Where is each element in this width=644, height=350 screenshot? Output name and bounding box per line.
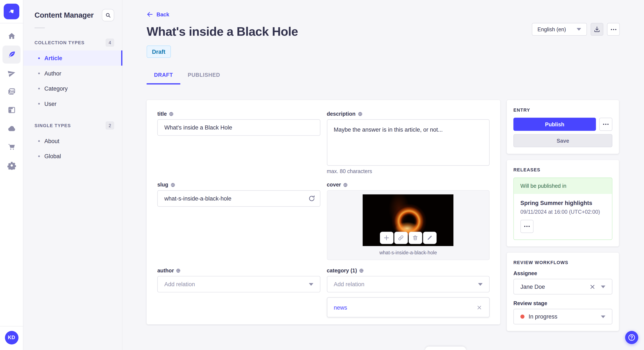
bullet-icon (38, 57, 40, 59)
sidebar-item-about[interactable]: About (24, 133, 122, 149)
release-date: 09/11/2024 at 16:00 (UTC+02:00) (520, 209, 605, 215)
trash-icon (412, 235, 418, 241)
sidebar-item-article[interactable]: Article (24, 50, 122, 65)
rail-footer: KD (0, 326, 23, 350)
plus-icon (384, 235, 390, 241)
panel-header: ENTRY (514, 107, 612, 112)
more-icon (524, 226, 530, 227)
sidebar-item-label: User (44, 100, 56, 107)
chevron-down-icon (601, 315, 605, 318)
copy-link-button[interactable] (394, 232, 408, 244)
more-icon (610, 28, 616, 30)
release-more-button[interactable] (520, 220, 534, 233)
edit-form-card: title description (146, 100, 500, 325)
edit-media-button[interactable] (423, 232, 436, 244)
tab-published[interactable]: PUBLISHED (180, 69, 228, 84)
description-textarea[interactable]: Maybe the answer is in this article, or … (327, 119, 490, 166)
sidebar-item-label: Author (44, 70, 61, 77)
release-status: Will be published in (514, 178, 612, 194)
help-button[interactable] (625, 331, 638, 344)
regenerate-slug-button[interactable] (306, 192, 318, 204)
bottom-drawer-handle[interactable] (425, 347, 466, 350)
more-options-button[interactable] (607, 23, 620, 36)
add-media-button[interactable] (380, 232, 393, 244)
sidebar-item-user[interactable]: User (24, 96, 122, 111)
clear-icon[interactable] (590, 284, 595, 289)
globe-icon (170, 182, 175, 187)
sidebar-item-category[interactable]: Category (24, 81, 122, 96)
release-card: Will be published in Spring Summer highl… (514, 177, 612, 240)
side-panels: ENTRY Publish Save RELEASES Wil (507, 100, 619, 331)
globe-icon (358, 111, 362, 116)
header-controls: English (en) (532, 23, 620, 36)
globe-icon (359, 268, 364, 273)
section-count-badge: 4 (106, 38, 114, 47)
sidebar-item-label: Category (44, 85, 68, 92)
sidebar-item-global[interactable]: Global (24, 149, 122, 164)
assignee-label: Assignee (514, 270, 612, 276)
bullet-icon (38, 140, 40, 142)
panel-header: REVIEW WORKFLOWS (514, 260, 612, 265)
rail-nav (2, 27, 21, 174)
field-label: cover (327, 181, 341, 188)
content-manager-sidebar: Content Manager COLLECTION TYPES 4 Artic… (24, 0, 122, 350)
media-library-icon[interactable] (2, 82, 21, 101)
entry-more-button[interactable] (599, 118, 612, 131)
cart-icon[interactable] (2, 138, 21, 156)
entry-panel: ENTRY Publish Save (507, 100, 619, 154)
relation-link[interactable]: news (334, 304, 476, 311)
gear-icon[interactable] (2, 156, 21, 174)
question-icon (628, 334, 636, 342)
download-button[interactable] (590, 23, 603, 36)
field-slug: slug (158, 181, 320, 207)
paper-plane-icon[interactable] (2, 64, 21, 82)
globe-icon (343, 182, 348, 187)
assignee-select[interactable]: Jane Doe (514, 279, 612, 294)
review-stage-select[interactable]: In progress (514, 309, 612, 324)
more-icon (603, 123, 609, 125)
tab-draft[interactable]: DRAFT (146, 69, 180, 84)
bullet-icon (38, 155, 40, 157)
remove-relation-button[interactable] (476, 304, 482, 311)
sidebar-divider (34, 27, 45, 28)
field-label: slug (158, 181, 168, 188)
field-title: title (158, 111, 320, 136)
slug-input[interactable] (158, 190, 320, 207)
panel-header: RELEASES (514, 167, 612, 172)
layout-icon[interactable] (2, 101, 21, 119)
relation-item-news: news (327, 297, 490, 318)
publish-button[interactable]: Publish (514, 118, 596, 131)
delete-media-button[interactable] (408, 232, 422, 244)
globe-icon (169, 111, 174, 116)
field-category: category (1) Add relation news (327, 267, 490, 317)
feather-icon[interactable] (2, 45, 21, 64)
review-workflows-panel: REVIEW WORKFLOWS Assignee Jane Doe Revie… (507, 253, 619, 331)
strapi-logo[interactable] (4, 3, 19, 19)
title-input[interactable] (158, 119, 320, 136)
review-stage-label: Review stage (514, 300, 612, 306)
cover-actions (380, 232, 436, 244)
save-button[interactable]: Save (514, 134, 612, 147)
chevron-down-icon (478, 283, 482, 286)
link-icon (398, 235, 404, 241)
sidebar-item-author[interactable]: Author (24, 66, 122, 81)
close-icon (477, 305, 482, 310)
bullet-icon (38, 88, 40, 89)
category-relation-select[interactable]: Add relation (327, 276, 490, 292)
search-button[interactable] (102, 9, 114, 21)
section-label: SINGLE TYPES (34, 123, 71, 128)
home-icon[interactable] (2, 27, 21, 45)
cloud-icon[interactable] (2, 119, 21, 137)
refresh-icon (308, 195, 315, 202)
back-link[interactable]: Back (146, 11, 169, 18)
author-relation-select[interactable]: Add relation (158, 276, 320, 292)
sidebar-item-label: About (44, 138, 60, 144)
section-collection-types: COLLECTION TYPES 4 Article Author Catego… (24, 38, 122, 111)
tab-bar: DRAFT PUBLISHED (146, 69, 620, 84)
user-avatar[interactable]: KD (5, 331, 18, 344)
page-header: Back What's inside a Black Hole English … (122, 0, 644, 84)
locale-select[interactable]: English (en) (532, 23, 587, 36)
field-author: author Add relation (158, 267, 320, 292)
field-label: author (158, 267, 174, 273)
section-label: COLLECTION TYPES (34, 40, 84, 45)
